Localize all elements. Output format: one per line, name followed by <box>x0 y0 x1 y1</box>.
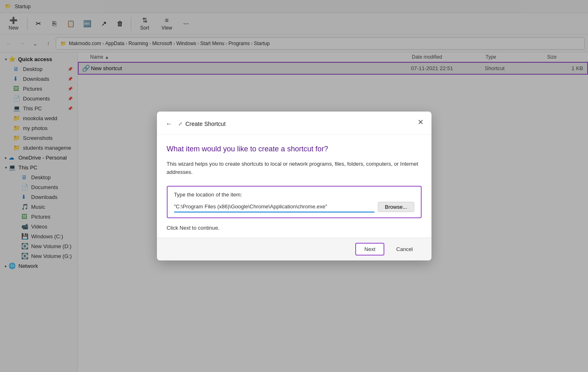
dialog-footer: Next Cancel <box>157 237 431 260</box>
cancel-button[interactable]: Cancel <box>388 243 421 256</box>
dialog-question: What item would you like to create a sho… <box>167 145 422 153</box>
dialog-header: ← ⤢ Create Shortcut ✕ <box>157 112 431 135</box>
dialog-back-button[interactable]: ← <box>163 118 175 130</box>
dialog-location-input[interactable] <box>174 201 375 212</box>
create-shortcut-dialog: ← ⤢ Create Shortcut ✕ What item would yo… <box>157 112 431 260</box>
dialog-hint: Click Next to continue. <box>167 225 422 231</box>
dialog-resize-icon: ⤢ <box>178 121 182 127</box>
dialog-description: This wizard helps you to create shortcut… <box>167 160 422 176</box>
dialog-body: What item would you like to create a sho… <box>157 135 431 237</box>
dialog-input-row: Browse... <box>174 201 414 212</box>
next-button[interactable]: Next <box>355 243 384 256</box>
dialog-input-label: Type the location of the item: <box>174 192 414 198</box>
dialog-input-section: Type the location of the item: Browse... <box>167 186 422 218</box>
dialog-overlay: ← ⤢ Create Shortcut ✕ What item would yo… <box>0 0 588 372</box>
dialog-close-button[interactable]: ✕ <box>415 116 427 128</box>
dialog-title: Create Shortcut <box>186 121 226 127</box>
browse-button[interactable]: Browse... <box>378 202 414 212</box>
